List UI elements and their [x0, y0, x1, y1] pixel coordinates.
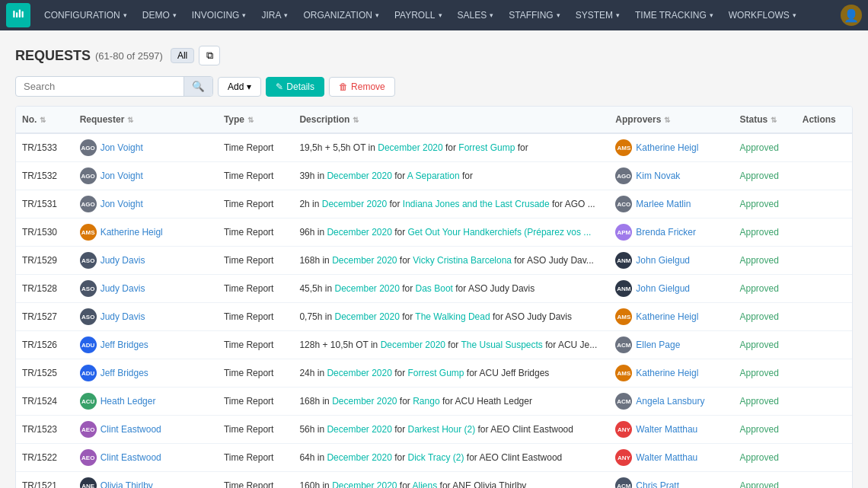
filter-button[interactable]: ⧉	[199, 46, 220, 65]
avatar: AEO	[80, 421, 97, 438]
approver-name[interactable]: Walter Matthau	[636, 424, 697, 435]
requester-name[interactable]: Jeff Bridges	[101, 340, 148, 350]
requester-name[interactable]: Jon Voight	[101, 142, 143, 153]
table-row: TR/1523AEOClint EastwoodTime Report56h i…	[16, 416, 852, 444]
avatar: ANM	[615, 280, 632, 297]
nav-item-payroll[interactable]: PAYROLL ▾	[387, 0, 450, 30]
table-row: TR/1532AGOJon VoightTime Report39h in De…	[16, 162, 852, 190]
nav-item-jira[interactable]: JIRA ▾	[254, 0, 295, 30]
avatar: AGO	[615, 167, 632, 184]
svg-rect-2	[19, 10, 21, 18]
table-row: TR/1527ASOJudy DavisTime Report0,75h in …	[16, 303, 852, 331]
approver-name[interactable]: Walter Matthau	[636, 452, 697, 463]
all-filter-button[interactable]: All	[171, 48, 194, 63]
cell-status: Approved	[734, 162, 796, 190]
chevron-down-icon: ▾	[242, 11, 246, 19]
nav-item-sales[interactable]: SALES ▾	[450, 0, 502, 30]
requester-name[interactable]: Clint Eastwood	[101, 424, 161, 435]
cell-actions	[796, 218, 852, 247]
requester-name[interactable]: Jeff Bridges	[101, 368, 148, 378]
avatar: ACU	[80, 393, 97, 410]
nav-item-configuration[interactable]: CONFIGURATION ▾	[37, 0, 135, 30]
chevron-down-icon: ▾	[490, 11, 493, 19]
nav-item-invoicing[interactable]: INVOICING ▾	[184, 0, 254, 30]
status-badge: Approved	[740, 368, 779, 378]
avatar: ACO	[615, 196, 632, 212]
approver-name[interactable]: Brenda Fricker	[636, 227, 696, 238]
approver-name[interactable]: Ellen Page	[636, 340, 680, 350]
requester-name[interactable]: Judy Davis	[101, 255, 145, 266]
cell-type: Time Report	[218, 388, 294, 416]
cell-requester: AGOJon Voight	[74, 190, 218, 218]
avatar: ANE	[80, 477, 97, 488]
cell-status: Approved	[734, 218, 796, 247]
sort-icon[interactable]: ⇅	[353, 116, 359, 124]
nav-item-workflows[interactable]: WORKFLOWS ▾	[721, 0, 804, 30]
approver-name[interactable]: Chris Pratt	[636, 480, 679, 488]
requester-name[interactable]: Katherine Heigl	[101, 227, 163, 238]
search-button[interactable]: 🔍	[183, 77, 212, 96]
nav-item-demo[interactable]: DEMO ▾	[135, 0, 184, 30]
approver-name[interactable]: Katherine Heigl	[636, 368, 698, 378]
table-row: TR/1525ADUJeff BridgesTime Report24h in …	[16, 359, 852, 388]
approver-name[interactable]: Kim Novak	[636, 171, 680, 181]
requester-name[interactable]: Clint Eastwood	[101, 452, 161, 463]
sort-icon[interactable]: ⇅	[127, 116, 133, 124]
avatar[interactable]: 👤	[841, 5, 862, 26]
details-button[interactable]: ✎ Details	[266, 77, 324, 97]
approver-name[interactable]: Katherine Heigl	[636, 311, 698, 322]
cell-requester: ASOJudy Davis	[74, 303, 218, 331]
main-content: REQUESTS (61-80 of 2597) All ⧉ 🔍 Add ▾ ✎…	[0, 30, 868, 488]
cell-requester: ADUJeff Bridges	[74, 331, 218, 359]
approver-name[interactable]: Katherine Heigl	[636, 142, 698, 153]
page-count: (61-80 of 2597)	[95, 50, 163, 62]
requester-name[interactable]: Judy Davis	[101, 283, 145, 294]
add-button[interactable]: Add ▾	[218, 77, 261, 97]
cell-actions	[796, 162, 852, 190]
status-badge: Approved	[740, 283, 779, 294]
avatar: ANY	[615, 421, 632, 438]
cell-actions	[796, 190, 852, 218]
requester-name[interactable]: Heath Ledger	[101, 396, 156, 407]
requester-name[interactable]: Jon Voight	[101, 171, 143, 181]
sort-icon[interactable]: ⇅	[40, 116, 46, 124]
search-input[interactable]	[16, 77, 183, 96]
approver-name[interactable]: John Gielgud	[636, 255, 690, 266]
sort-icon[interactable]: ⇅	[664, 116, 670, 124]
cell-type: Time Report	[218, 303, 294, 331]
search-box: 🔍	[15, 76, 213, 97]
avatar: ANY	[615, 449, 632, 466]
cell-type: Time Report	[218, 162, 294, 190]
cell-requester: AEOClint Eastwood	[74, 416, 218, 444]
avatar: ASO	[80, 308, 97, 325]
requester-name[interactable]: Olivia Thirlby	[101, 480, 153, 488]
nav-item-system[interactable]: SYSTEM ▾	[568, 0, 627, 30]
cell-no: TR/1533	[16, 133, 74, 162]
nav-item-timetracking[interactable]: TIME TRACKING ▾	[627, 0, 721, 30]
cell-no: TR/1521	[16, 472, 74, 489]
remove-button[interactable]: 🗑 Remove	[329, 77, 395, 97]
chevron-down-icon: ▾	[616, 11, 620, 19]
sort-icon[interactable]: ⇅	[247, 116, 254, 124]
cell-actions	[796, 331, 852, 359]
requester-name[interactable]: Jon Voight	[101, 199, 143, 209]
svg-rect-3	[22, 11, 24, 18]
cell-status: Approved	[734, 444, 796, 472]
cell-description: 64h in December 2020 for Dick Tracy (2) …	[293, 444, 609, 472]
cell-description: 96h in December 2020 for Get Out Your Ha…	[293, 218, 609, 247]
approver-name[interactable]: Marlee Matlin	[636, 199, 691, 209]
cell-status: Approved	[734, 416, 796, 444]
sort-icon[interactable]: ⇅	[771, 116, 777, 124]
cell-approvers: ANMJohn Gielgud	[609, 275, 733, 303]
cell-actions	[796, 416, 852, 444]
nav-item-organization[interactable]: ORGANIZATION ▾	[295, 0, 386, 30]
status-badge: Approved	[740, 199, 779, 209]
approver-name[interactable]: John Gielgud	[636, 283, 690, 294]
requests-table: No.⇅ Requester⇅ Type⇅ Description⇅ Appro…	[15, 106, 853, 488]
nav-item-staffing[interactable]: STAFFING ▾	[501, 0, 567, 30]
cell-status: Approved	[734, 275, 796, 303]
app-logo[interactable]	[6, 3, 30, 27]
approver-name[interactable]: Angela Lansbury	[636, 396, 704, 407]
requester-name[interactable]: Judy Davis	[101, 311, 145, 322]
page-header: REQUESTS (61-80 of 2597) All ⧉	[15, 46, 853, 65]
